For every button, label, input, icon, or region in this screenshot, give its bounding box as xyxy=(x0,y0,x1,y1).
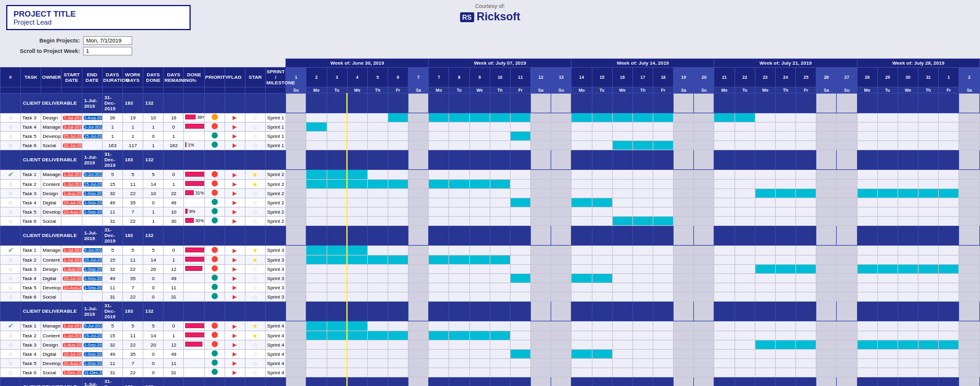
table-row: ○Task 6Social1-Dec-201931-Dec-2019312203… xyxy=(1,368,980,377)
begin-projects-row: Begin Projects: xyxy=(6,36,974,45)
table-row: ○Task 3Design1-Aug-20191-Sep-20193222102… xyxy=(1,189,980,198)
table-row: ○Task 5Development15-Jul-201915-Jul-2019… xyxy=(1,132,980,141)
table-container: Week of: June 30, 2019Week of: July 07, … xyxy=(0,58,980,386)
controls-area: Begin Projects: Scroll to Project Week: xyxy=(0,33,980,58)
gantt-table: Week of: June 30, 2019Week of: July 07, … xyxy=(0,58,980,386)
table-row: ○Task 5Development22-Aug-20191-Sep-20191… xyxy=(1,283,980,292)
deliverable-row: CLIENT DELIVERABLE1-Jul-201931-Dec-20191… xyxy=(1,226,980,246)
begin-projects-input[interactable] xyxy=(83,36,132,45)
begin-projects-label: Begin Projects: xyxy=(6,38,80,44)
courtesy-block: Courtesy of: RS Ricksoft xyxy=(460,3,520,23)
scroll-week-label: Scroll to Project Week: xyxy=(6,48,80,54)
table-row: ○Task 4Digital15-Jul-20191-Sep-201949350… xyxy=(1,198,980,207)
table-row: ✔Task 1Management1-Jul-20195-Jul-2019555… xyxy=(1,246,980,255)
table-row: ○Task 2Content1-Jul-201915-Jul-201915111… xyxy=(1,255,980,265)
ricksoft-name: Ricksoft xyxy=(477,10,520,23)
deliverable-row: CLIENT DELIVERABLE1-Jul-201931-Dec-20191… xyxy=(1,150,980,170)
table-row: ○Task 5Development22-Aug-20191-Sep-20191… xyxy=(1,359,980,368)
scroll-week-input[interactable] xyxy=(83,47,132,55)
table-row: ○Task 6Social22-Jul-201916311711621%▶☆Sp… xyxy=(1,141,980,150)
table-row: ✔Task 1Management1-Jul-20195-Jul-2019555… xyxy=(1,170,980,180)
courtesy-text: Courtesy of: xyxy=(460,3,520,9)
table-row: ○Task 6Social312213030%▶☆Sprint 2 xyxy=(1,217,980,226)
table-row: ○Task 4Digital15-Jul-20191-Sep-201949350… xyxy=(1,274,980,283)
table-row: ○Task 3Design1-Aug-20191-Sep-20193222201… xyxy=(1,265,980,274)
table-row: ○Task 5Development22-Aug-20191-Sep-20191… xyxy=(1,207,980,217)
deliverable-row: CLIENT DELIVERABLE1-Jul-201931-Dec-20191… xyxy=(1,377,980,387)
table-row: ○Task 6Social3122031▶☆Sprint 3 xyxy=(1,292,980,302)
table-row: ○Task 3Design7-Jul-20191-Aug-20192619101… xyxy=(1,113,980,123)
deliverable-row: CLIENT DELIVERABLE1-Jul-201931-Dec-20191… xyxy=(1,94,980,113)
project-info-box: PROJECT TITLE Project Lead xyxy=(6,5,191,30)
header-area: PROJECT TITLE Project Lead Courtesy of: … xyxy=(0,0,980,33)
table-row: ○Task 2Content1-Jul-201915-Jul-201915111… xyxy=(1,331,980,340)
project-title: PROJECT TITLE xyxy=(14,9,183,18)
ricksoft-logo: RS Ricksoft xyxy=(460,10,520,23)
deliverable-row: CLIENT DELIVERABLE1-Jul-201931-Dec-20191… xyxy=(1,302,980,321)
table-row: ○Task 3Design1-Aug-20191-Sep-20193222201… xyxy=(1,340,980,350)
main-container: PROJECT TITLE Project Lead Courtesy of: … xyxy=(0,0,980,386)
scroll-week-row: Scroll to Project Week: xyxy=(6,47,974,55)
table-row: ○Task 4Digital15-Jul-20191-Sep-201949350… xyxy=(1,350,980,359)
rs-badge: RS xyxy=(460,12,474,22)
project-lead: Project Lead xyxy=(14,18,183,26)
table-row: ○Task 2Content1-Jul-201915-Jul-201915111… xyxy=(1,180,980,189)
table-row: ✔Task 1Management1-Jul-20195-Jul-2019555… xyxy=(1,321,980,331)
table-row: ○Task 4Management2-Jul-20192-Jul-2019111… xyxy=(1,123,980,132)
